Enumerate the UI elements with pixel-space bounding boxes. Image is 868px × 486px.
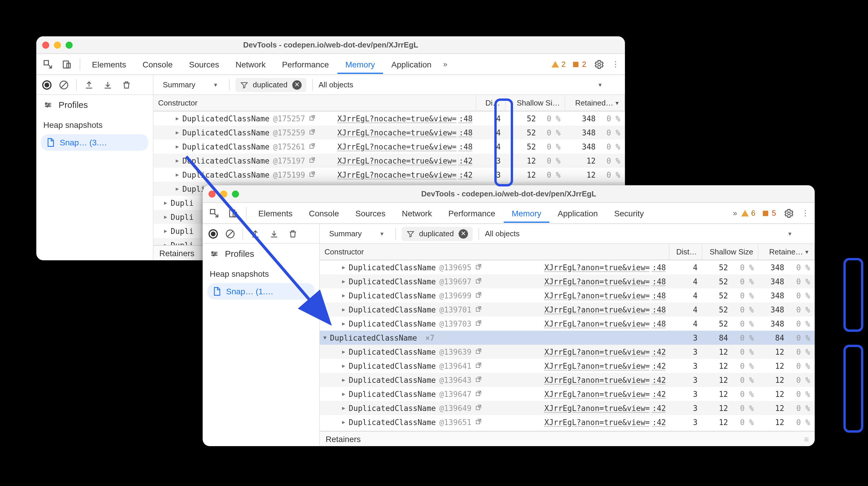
table-row[interactable]: ▶ DuplicatedClassName @139651 XJrrEgL?an…	[320, 415, 815, 429]
kebab-icon[interactable]: ⋮	[798, 206, 812, 220]
profiles-section[interactable]: Profiles	[36, 95, 153, 114]
record-icon[interactable]	[42, 80, 52, 89]
table-row[interactable]: ▶ DuplicatedClassName @175197 XJrrEgL?no…	[153, 153, 625, 168]
tab-memory[interactable]: Memory	[337, 55, 383, 74]
more-tabs-icon[interactable]: »	[733, 209, 737, 218]
retainers-panel[interactable]: Retainers ≡	[320, 431, 815, 446]
table-row[interactable]: ▶ DuplicatedClassName @139649 XJrrEgL?an…	[320, 401, 815, 415]
table-row[interactable]: ▶ DuplicatedClassName @175257 XJrrEgL?no…	[153, 111, 625, 125]
filter-text: duplicated	[419, 229, 454, 238]
snapshot-item[interactable]: Snap… (1.…	[207, 283, 314, 299]
all-objects-dropdown[interactable]: All objects	[485, 229, 520, 238]
svg-rect-16	[229, 209, 235, 217]
table-row[interactable]: ▶ DuplicatedClassName @175261 XJrrEgL?no…	[153, 140, 625, 153]
resize-grip-icon[interactable]: ≡	[804, 434, 809, 444]
kebab-icon[interactable]: ⋮	[609, 57, 623, 71]
table-row[interactable]: ▶ DuplicatedClassName @139697 XJrrEgL?an…	[320, 274, 815, 288]
upload-icon[interactable]	[249, 227, 262, 240]
table-row[interactable]: ▶ DuplicatedClassName @175199 XJrrEgL?no…	[153, 168, 625, 182]
tab-application[interactable]: Application	[549, 204, 606, 223]
tab-network[interactable]: Network	[227, 55, 274, 74]
table-row[interactable]: ▶ DuplicatedClassName @139703 XJrrEgL?an…	[320, 317, 815, 331]
filter-text: duplicated	[253, 80, 287, 89]
profiles-section[interactable]: Profiles	[203, 244, 319, 263]
col-retained[interactable]: Retained…	[565, 95, 625, 111]
table-row[interactable]: ▶ DuplicatedClassName @139695 XJrrEgL?an…	[320, 260, 815, 274]
settings-icon[interactable]	[592, 57, 606, 71]
col-distance[interactable]: Dist…	[670, 244, 702, 260]
device-toggle-icon[interactable]	[226, 206, 240, 220]
clear-filter-icon[interactable]: ✕	[459, 229, 468, 238]
warnings-badge[interactable]: 6	[741, 209, 755, 218]
trash-icon[interactable]	[286, 227, 299, 240]
tab-performance[interactable]: Performance	[440, 204, 503, 223]
table-row[interactable]: ▶ DuplicatedClassName @175259 XJrrEgL?no…	[153, 125, 625, 140]
table-row-group[interactable]: ▼ DuplicatedClassName×73840 %840 %	[320, 331, 815, 345]
table-row[interactable]: ▶ DuplicatedClassName @139699 XJrrEgL?an…	[320, 288, 815, 303]
devtools-tabs: Elements Console Sources Network Perform…	[203, 203, 815, 224]
tab-performance[interactable]: Performance	[274, 55, 337, 74]
issues-badge[interactable]: 5	[762, 209, 776, 218]
col-shallow[interactable]: Shallow Size	[702, 244, 758, 260]
col-distance[interactable]: Di…	[476, 95, 505, 111]
svg-rect-3	[573, 62, 578, 67]
svg-rect-15	[211, 209, 215, 214]
clear-filter-icon[interactable]: ✕	[292, 80, 302, 89]
tab-console[interactable]: Console	[301, 204, 347, 223]
warnings-count: 2	[561, 60, 565, 68]
col-constructor[interactable]: Constructor	[320, 244, 670, 260]
svg-point-21	[212, 252, 213, 253]
titlebar: DevTools - codepen.io/web-dot-dev/pen/XJ…	[36, 36, 625, 54]
download-icon[interactable]	[268, 227, 281, 240]
warnings-badge[interactable]: 2	[551, 60, 565, 68]
column-headers: Constructor Dist… Shallow Size Retaine…	[320, 244, 815, 260]
tab-sources[interactable]: Sources	[347, 204, 394, 223]
svg-rect-0	[44, 60, 49, 65]
more-tabs-icon[interactable]: »	[443, 60, 447, 68]
profile-toolbar	[36, 75, 153, 95]
col-shallow[interactable]: Shallow Si…	[505, 95, 565, 111]
tab-elements[interactable]: Elements	[250, 204, 301, 223]
table-row[interactable]: ▶ DuplicatedClassName @139641 XJrrEgL?an…	[320, 359, 815, 373]
sidebar: Profiles Heap snapshots Snap… (3.…	[36, 75, 153, 260]
class-filter[interactable]: duplicated ✕	[402, 227, 473, 241]
issues-badge[interactable]: 2	[571, 60, 586, 68]
svg-point-19	[788, 212, 790, 215]
settings-icon[interactable]	[782, 206, 796, 220]
download-icon[interactable]	[101, 78, 114, 91]
tab-console[interactable]: Console	[134, 55, 181, 74]
table-row[interactable]: ▶ DuplicatedClassName @139643 XJrrEgL?an…	[320, 373, 815, 387]
inspect-icon[interactable]	[41, 57, 55, 71]
callout-box	[843, 258, 863, 332]
col-retained[interactable]: Retaine…	[758, 244, 815, 260]
tab-network[interactable]: Network	[394, 204, 440, 223]
class-filter[interactable]: duplicated ✕	[235, 78, 306, 92]
clear-icon[interactable]	[224, 227, 237, 240]
clear-icon[interactable]	[57, 78, 70, 91]
table-row[interactable]: ▶ DuplicatedClassName @139701 XJrrEgL?an…	[320, 303, 815, 317]
tab-security[interactable]: Security	[606, 204, 652, 223]
summary-toolbar: Summary▼ duplicated ✕ All objects ▼	[320, 224, 815, 244]
tab-sources[interactable]: Sources	[181, 55, 227, 74]
col-constructor[interactable]: Constructor	[153, 95, 476, 111]
summary-dropdown[interactable]: Summary▼	[158, 78, 223, 91]
table-row[interactable]: ▶ DuplicatedClassName @139639 XJrrEgL?an…	[320, 345, 815, 359]
upload-icon[interactable]	[83, 78, 95, 91]
tab-elements[interactable]: Elements	[84, 55, 134, 74]
titlebar: DevTools - codepen.io/web-dot-dev/pen/XJ…	[203, 185, 815, 203]
svg-point-7	[48, 104, 50, 105]
window-title: DevTools - codepen.io/web-dot-dev/pen/XJ…	[36, 40, 625, 49]
inspect-icon[interactable]	[207, 206, 221, 220]
snapshot-item[interactable]: Snap… (3.…	[41, 134, 148, 151]
summary-dropdown[interactable]: Summary▼	[324, 227, 389, 240]
device-toggle-icon[interactable]	[60, 57, 74, 71]
callout-box	[843, 345, 863, 433]
tab-application[interactable]: Application	[383, 55, 440, 74]
record-icon[interactable]	[209, 229, 218, 238]
table-row[interactable]: ▶ DuplicatedClassName @139647 XJrrEgL?an…	[320, 387, 815, 401]
tab-memory[interactable]: Memory	[503, 204, 549, 223]
all-objects-dropdown[interactable]: All objects	[319, 80, 353, 89]
window-title: DevTools - codepen.io/web-dot-dev/pen/XJ…	[203, 189, 815, 198]
summary-toolbar: Summary▼ duplicated ✕ All objects ▼	[153, 75, 625, 95]
trash-icon[interactable]	[120, 78, 133, 91]
